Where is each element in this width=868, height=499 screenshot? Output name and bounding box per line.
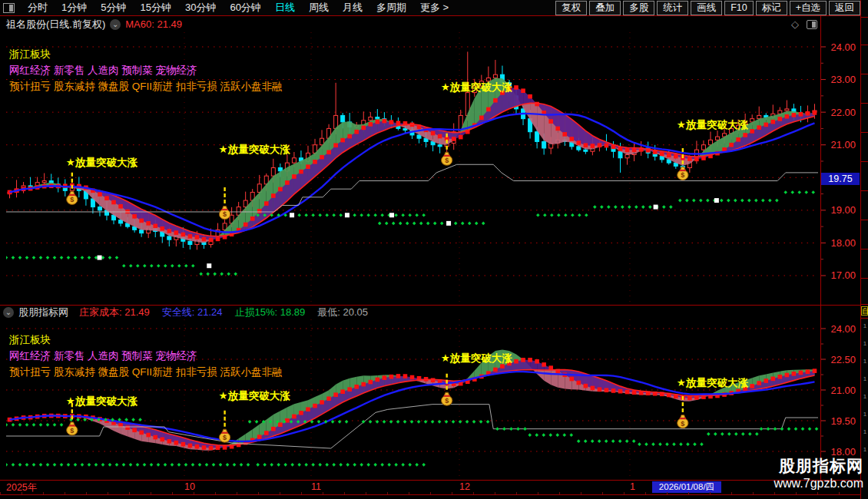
svg-text:19.00: 19.00 xyxy=(830,204,856,216)
menu-item-2[interactable]: 5分钟 xyxy=(101,1,126,15)
strip-mark-3[interactable]: 1 xyxy=(862,375,868,382)
panel-divider xyxy=(0,305,860,306)
signal-label: ★放量突破大涨 xyxy=(219,390,291,402)
chevron-down-icon[interactable]: ⌄ xyxy=(110,19,121,30)
indicator-name: 股朋指标网 xyxy=(18,306,68,319)
svg-text:$: $ xyxy=(445,157,449,164)
strip-mark-1[interactable]: 1 xyxy=(862,340,868,347)
toolbar-button-8[interactable]: 返回 xyxy=(829,1,860,15)
strip-mark-6[interactable]: 1 xyxy=(862,428,868,435)
bottom-strip xyxy=(0,495,868,499)
signal-label: ★放量突破大涨 xyxy=(677,119,749,131)
split-pane-icon[interactable] xyxy=(807,20,817,29)
svg-text:24.00: 24.00 xyxy=(830,323,856,335)
menu-item-7[interactable]: 周线 xyxy=(309,1,329,15)
date-minor-ticks xyxy=(0,492,860,494)
indicator-header: ⌄ 股朋指标网 庄家成本: 21.49安全线: 21.24止损15%: 18.8… xyxy=(0,306,820,319)
stock-title: 祖名股份(日线.前复权) xyxy=(6,18,105,31)
period-menu-bar: 分时1分钟5分钟15分钟30分钟60分钟日线周线月线多周期更多 > 复权叠加多股… xyxy=(0,0,868,16)
indicator-stat-2: 止损15%: 18.89 xyxy=(235,306,306,318)
toolbar-button-0[interactable]: 复权 xyxy=(555,1,587,15)
current-price-badge: 19.75 xyxy=(821,173,860,185)
strip-divider xyxy=(861,103,868,104)
period-menu-items: 分时1分钟5分钟15分钟30分钟60分钟日线周线月线多周期更多 > xyxy=(21,1,456,15)
svg-text:$: $ xyxy=(70,427,74,435)
strip-highlight-item[interactable]: 自 xyxy=(861,306,868,316)
toolbar-button-7[interactable]: +自选 xyxy=(790,1,827,15)
menu-item-8[interactable]: 月线 xyxy=(343,1,363,15)
diamond-icon[interactable]: ◇ xyxy=(791,18,799,30)
cursor-date-badge: 2026/01/08/四 xyxy=(652,481,721,493)
indicator-chart[interactable]: 24.0022.5021.0019.5018.00$★放量突破大涨$★放量突破大… xyxy=(0,319,868,480)
strip-divider xyxy=(861,190,868,191)
strip-divider xyxy=(861,249,868,250)
toolbar-button-3[interactable]: 统计 xyxy=(657,1,688,15)
right-tool-strip[interactable]: 自 11111111 xyxy=(860,0,868,499)
indicator-stat-0: 庄家成本: 21.49 xyxy=(79,306,150,318)
menu-item-10[interactable]: 更多 > xyxy=(420,1,449,15)
strip-divider xyxy=(861,45,868,45)
menu-item-0[interactable]: 分时 xyxy=(28,1,48,15)
strip-divider xyxy=(861,132,868,133)
chart-title-bar: 祖名股份(日线.前复权) ⌄ MA60: 21.49 ◇ xyxy=(0,17,860,31)
svg-text:$: $ xyxy=(223,210,227,218)
signal-label: ★放量突破大涨 xyxy=(66,157,138,169)
svg-text:22.00: 22.00 xyxy=(830,107,856,118)
chevron-down-circle-icon[interactable]: ⌄ xyxy=(3,307,14,318)
strip-divider xyxy=(861,17,868,18)
main-candlestick-chart[interactable]: 24.0023.0022.0021.0019.0018.0017.00$★放量突… xyxy=(0,32,868,305)
menu-item-9[interactable]: 多周期 xyxy=(376,1,406,15)
strip-mark-0[interactable]: 1 xyxy=(862,322,868,329)
strip-divider xyxy=(861,304,868,305)
toolbar-button-2[interactable]: 多股 xyxy=(623,1,654,15)
toolbar-buttons: 复权叠加多股统计画线F10标记+自选返回 xyxy=(553,1,868,15)
strip-divider xyxy=(861,318,868,319)
toolbar-button-5[interactable]: F10 xyxy=(724,1,754,15)
menu-item-5[interactable]: 60分钟 xyxy=(230,1,260,15)
toolbar-button-4[interactable]: 画线 xyxy=(691,1,722,15)
strip-mark-5[interactable]: 1 xyxy=(862,411,868,418)
menu-item-1[interactable]: 1分钟 xyxy=(61,1,87,15)
signal-label: ★放量突破大涨 xyxy=(219,144,291,156)
strip-divider xyxy=(861,220,868,220)
signal-label: ★放量突破大涨 xyxy=(441,81,513,94)
trading-app-window: 分时1分钟5分钟15分钟30分钟60分钟日线周线月线多周期更多 > 复权叠加多股… xyxy=(0,0,868,499)
svg-text:22.50: 22.50 xyxy=(830,354,856,365)
date-label-0: 2025年 xyxy=(6,481,37,494)
svg-text:21.00: 21.00 xyxy=(830,139,856,150)
axis-separator xyxy=(820,16,821,494)
date-label-3: 12 xyxy=(459,481,470,492)
title-right-icons: ◇ xyxy=(791,18,860,30)
strip-divider xyxy=(861,161,868,162)
svg-text:18.00: 18.00 xyxy=(830,237,856,249)
indicator-stat-3: 最低: 20.05 xyxy=(317,306,368,318)
signal-label: ★放量突破大涨 xyxy=(441,352,513,365)
menu-item-3[interactable]: 15分钟 xyxy=(140,1,171,15)
strip-mark-2[interactable]: 1 xyxy=(862,358,868,365)
signal-label: ★放量突破大涨 xyxy=(677,377,749,389)
toolbar-button-1[interactable]: 叠加 xyxy=(589,1,621,15)
date-label-1: 10 xyxy=(184,481,195,492)
ma60-value: MA60: 21.49 xyxy=(125,18,182,30)
svg-text:21.00: 21.00 xyxy=(830,385,856,396)
strip-mark-7[interactable]: 1 xyxy=(862,446,868,453)
window-layout-icon[interactable] xyxy=(3,3,15,13)
svg-text:$: $ xyxy=(70,196,74,203)
indicator-stat-1: 安全线: 21.24 xyxy=(162,306,223,318)
strip-divider xyxy=(861,278,868,279)
date-label-4: 1 xyxy=(630,481,635,492)
svg-text:18.00: 18.00 xyxy=(830,446,856,458)
svg-text:17.00: 17.00 xyxy=(830,269,856,281)
svg-text:24.00: 24.00 xyxy=(830,41,856,53)
svg-text:19.50: 19.50 xyxy=(830,415,856,427)
date-axis[interactable]: 2026/01/08/四 2025年1011121 xyxy=(0,481,868,494)
menu-item-4[interactable]: 30分钟 xyxy=(185,1,216,15)
menu-item-6[interactable]: 日线 xyxy=(275,1,295,15)
strip-mark-4[interactable]: 1 xyxy=(862,393,868,400)
svg-text:23.00: 23.00 xyxy=(830,74,856,85)
svg-text:$: $ xyxy=(681,420,684,428)
date-label-2: 11 xyxy=(311,481,321,492)
svg-text:$: $ xyxy=(445,397,449,405)
indicator-stats: 庄家成本: 21.49安全线: 21.24止损15%: 18.89最低: 20.… xyxy=(79,306,380,319)
toolbar-button-6[interactable]: 标记 xyxy=(756,1,787,15)
